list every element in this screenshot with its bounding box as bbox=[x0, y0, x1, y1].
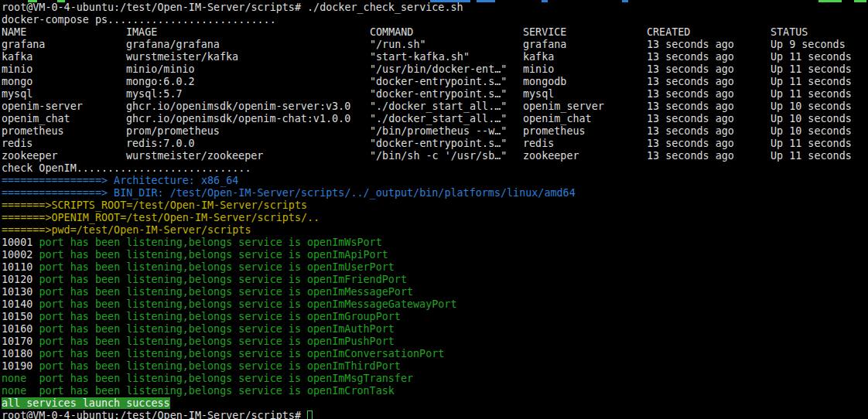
header-created: CREATED bbox=[647, 26, 690, 39]
clipped-text-fragment bbox=[477, 0, 495, 2]
port-message: port has been listening,belongs service … bbox=[39, 336, 301, 347]
container-status: Up 11 seconds bbox=[771, 76, 852, 88]
port-message: port has been listening,belongs service … bbox=[39, 274, 301, 285]
container-row: openim-server ghcr.io/openimsdk/openim-s… bbox=[0, 100, 868, 113]
port-number: 10120 bbox=[2, 274, 39, 286]
container-command: "start-kafka.sh" bbox=[370, 51, 470, 63]
port-message: port has been listening,belongs service … bbox=[39, 261, 301, 273]
container-status: Up 11 seconds bbox=[771, 150, 852, 162]
container-name: kafka bbox=[2, 51, 32, 63]
container-created: 13 seconds ago bbox=[647, 138, 734, 150]
port-message: port has been listening,belongs service … bbox=[39, 237, 301, 248]
port-check-line: 10120port has been listening,belongs ser… bbox=[0, 274, 868, 286]
container-service: prometheus bbox=[523, 125, 586, 138]
port-service-name: openImMessageGatewayPort bbox=[307, 298, 456, 310]
container-service: zookeeper bbox=[523, 150, 579, 162]
port-check-line: 10190port has been listening,belongs ser… bbox=[0, 360, 868, 373]
port-service-name: openImAuthPort bbox=[307, 323, 395, 335]
port-number: none bbox=[2, 385, 39, 397]
port-number: 10110 bbox=[2, 261, 39, 274]
container-row: minio minio/minio "/usr/bin/docker-ent…"… bbox=[0, 63, 868, 76]
container-command: "/usr/bin/docker-ent…" bbox=[370, 63, 507, 76]
container-status: Up 11 seconds bbox=[771, 138, 852, 150]
port-number: 10001 bbox=[2, 237, 39, 249]
container-name: prometheus bbox=[2, 125, 64, 138]
final-prompt-text: root@VM-0-4-ubuntu:/test/Open-IM-Server/… bbox=[2, 410, 307, 419]
container-created: 13 seconds ago bbox=[647, 88, 734, 100]
port-service-name: openImFriendPort bbox=[307, 274, 407, 285]
header-status: STATUS bbox=[771, 26, 808, 39]
container-service: minio bbox=[523, 63, 554, 76]
port-check-line: 10110port has been listening,belongs ser… bbox=[0, 261, 868, 274]
container-image: wurstmeister/kafka bbox=[126, 51, 238, 63]
container-service: grafana bbox=[523, 39, 566, 51]
success-line: all services launch success bbox=[0, 397, 868, 410]
container-created: 13 seconds ago bbox=[647, 100, 734, 113]
scripts-root-line: =======>SCRIPTS_ROOT=/test/Open-IM-Serve… bbox=[0, 199, 868, 212]
port-service-name: openImMsgTransfer bbox=[307, 373, 413, 384]
container-created: 13 seconds ago bbox=[647, 51, 734, 63]
port-check-line: 10160port has been listening,belongs ser… bbox=[0, 323, 868, 336]
container-command: "/bin/sh -c '/usr/sb…" bbox=[370, 150, 507, 162]
port-service-name: openImApiPort bbox=[307, 249, 388, 261]
container-row: kafka wurstmeister/kafka "start-kafka.sh… bbox=[0, 51, 868, 63]
port-message: port has been listening,belongs service … bbox=[39, 286, 301, 298]
container-command: "./docker_start_all.…" bbox=[370, 100, 507, 113]
port-service-name: openImMessagePort bbox=[307, 286, 413, 298]
openim-root-line: =======>OPENIM_ROOT=/test/Open-IM-Server… bbox=[0, 212, 868, 224]
port-check-line: 10150port has been listening,belongs ser… bbox=[0, 311, 868, 323]
port-number: 10170 bbox=[2, 336, 39, 348]
port-check-line: 10170port has been listening,belongs ser… bbox=[0, 336, 868, 348]
port-check-line: 10140port has been listening,belongs ser… bbox=[0, 298, 868, 311]
port-number: 10150 bbox=[2, 311, 39, 323]
container-row: mongo mongo:6.0.2 "docker-entrypoint.s…"… bbox=[0, 76, 868, 88]
compose-command-line: docker-compose ps.......................… bbox=[0, 14, 868, 26]
container-service: openim_server bbox=[523, 100, 604, 113]
container-created: 13 seconds ago bbox=[647, 150, 734, 162]
container-command: "docker-entrypoint.s…" bbox=[370, 88, 507, 100]
port-service-name: openImGroupPort bbox=[307, 311, 401, 322]
port-service-name: openImPushPort bbox=[307, 336, 395, 347]
container-status: Up 10 seconds bbox=[771, 113, 852, 125]
terminal-screen[interactable]: root@VM-0-4-ubuntu:/test/Open-IM-Server/… bbox=[0, 0, 868, 419]
header-name: NAME bbox=[2, 26, 26, 39]
container-status: Up 11 seconds bbox=[771, 63, 852, 76]
port-message: port has been listening,belongs service … bbox=[39, 249, 301, 261]
container-row: zookeeper wurstmeister/zookeeper "/bin/s… bbox=[0, 150, 868, 162]
container-row: prometheus prom/prometheus "/bin/prometh… bbox=[0, 125, 868, 138]
container-image: wurstmeister/zookeeper bbox=[126, 150, 263, 162]
container-row: openim_chat ghcr.io/openimsdk/openim-cha… bbox=[0, 113, 868, 125]
container-image: ghcr.io/openimsdk/openim-chat:v1.0.0 bbox=[126, 113, 350, 125]
container-name: zookeeper bbox=[2, 150, 58, 162]
container-status: Up 11 seconds bbox=[771, 51, 852, 63]
container-status: Up 10 seconds bbox=[771, 125, 852, 138]
container-created: 13 seconds ago bbox=[647, 125, 734, 138]
port-message: port has been listening,belongs service … bbox=[39, 385, 301, 397]
port-number: 10190 bbox=[2, 360, 39, 373]
header-image: IMAGE bbox=[126, 26, 157, 39]
clipped-text-fragment bbox=[854, 0, 866, 2]
port-message: port has been listening,belongs service … bbox=[39, 373, 301, 384]
bin-dir-line: ================> BIN_DIR: /test/Open-IM… bbox=[0, 187, 868, 199]
container-service: openim_chat bbox=[523, 113, 592, 125]
container-row: mysql mysql:5.7 "docker-entrypoint.s…" m… bbox=[0, 88, 868, 100]
port-service-name: openImCronTask bbox=[307, 385, 395, 397]
port-service-name: openImWsPort bbox=[307, 237, 382, 248]
terminal-cursor[interactable] bbox=[307, 410, 313, 419]
container-image: ghcr.io/openimsdk/openim-server:v3.0 bbox=[126, 100, 350, 113]
container-command: "/bin/prometheus --w…" bbox=[370, 125, 507, 138]
clipped-text-fragment bbox=[622, 0, 628, 2]
port-message: port has been listening,belongs service … bbox=[39, 311, 301, 322]
port-message: port has been listening,belongs service … bbox=[39, 348, 301, 359]
container-name: openim-server bbox=[2, 100, 83, 113]
container-image: mysql:5.7 bbox=[126, 88, 183, 100]
success-badge: all services launch success bbox=[2, 397, 170, 409]
container-status: Up 10 seconds bbox=[771, 100, 852, 113]
port-check-line: 10002port has been listening,belongs ser… bbox=[0, 249, 868, 261]
port-number: 10002 bbox=[2, 249, 39, 261]
port-check-line: noneport has been listening,belongs serv… bbox=[0, 385, 868, 397]
port-message: port has been listening,belongs service … bbox=[39, 360, 301, 372]
container-status: Up 11 seconds bbox=[771, 88, 852, 100]
container-command: "docker-entrypoint.s…" bbox=[370, 76, 507, 88]
header-command: COMMAND bbox=[370, 26, 413, 39]
